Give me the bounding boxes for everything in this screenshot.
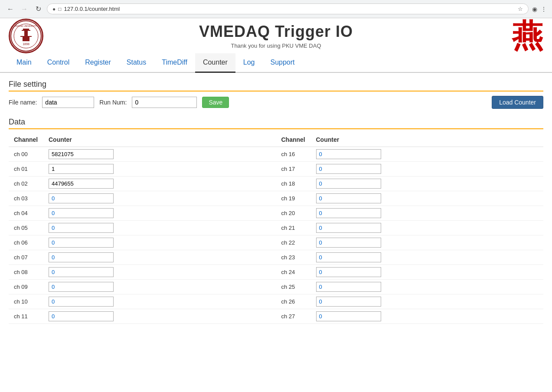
counter-input[interactable] — [316, 149, 381, 159]
table-row: ch 11 — [9, 309, 276, 324]
left-channel-header: Channel — [9, 133, 43, 147]
counter-cell — [43, 191, 276, 206]
table-row: ch 18 — [276, 176, 544, 191]
counter-cell — [43, 162, 276, 176]
counter-input[interactable] — [316, 238, 381, 248]
nav-timediff[interactable]: TimeDiff — [154, 53, 195, 73]
counter-input[interactable] — [49, 252, 114, 262]
counter-input[interactable] — [49, 223, 114, 233]
menu-icon[interactable]: ⋮ — [541, 6, 547, 13]
save-button[interactable]: Save — [202, 97, 229, 108]
header-center: VMEDAQ Trigger IO Thank you for using PK… — [199, 23, 353, 49]
load-counter-button[interactable]: Load Counter — [492, 96, 543, 109]
channel-label: ch 16 — [276, 147, 311, 162]
channel-label: ch 23 — [276, 250, 311, 265]
shield-icon: ◉ — [532, 6, 537, 13]
channel-label: ch 25 — [276, 280, 311, 294]
counter-input[interactable] — [316, 297, 381, 307]
counter-input[interactable] — [316, 193, 381, 203]
nav-register[interactable]: Register — [77, 53, 119, 73]
table-row: ch 21 — [276, 221, 544, 235]
channel-label: ch 08 — [9, 265, 43, 280]
counter-input[interactable] — [49, 164, 114, 174]
logo-left: 1898 PEKING UNIVERSITY — [9, 19, 43, 53]
counter-input[interactable] — [49, 193, 114, 203]
table-row: ch 00 — [9, 147, 276, 162]
counter-input[interactable] — [49, 179, 114, 189]
nav-control[interactable]: Control — [39, 53, 78, 73]
counter-input[interactable] — [49, 238, 114, 248]
channel-label: ch 19 — [276, 191, 311, 206]
data-section: Data Channel Counter ch 00ch 01ch 02ch 0… — [9, 118, 543, 324]
counter-input[interactable] — [316, 252, 381, 262]
pku-character-logo: 燕 — [512, 20, 543, 52]
file-setting-section: File setting File name: Run Num: Save Lo… — [9, 80, 543, 109]
nav-log[interactable]: Log — [235, 53, 263, 73]
counter-input[interactable] — [49, 282, 114, 292]
counter-input[interactable] — [316, 223, 381, 233]
channel-label: ch 17 — [276, 162, 311, 176]
channel-label: ch 10 — [9, 294, 43, 309]
counter-input[interactable] — [316, 282, 381, 292]
table-row: ch 24 — [276, 265, 544, 280]
browser-chrome: ← → ↻ ● □ 127.0.0.1/counter.html ☆ ◉ ⋮ — [0, 0, 552, 18]
nav-main[interactable]: Main — [9, 53, 39, 73]
table-row: ch 02 — [9, 176, 276, 191]
counter-cell — [311, 235, 544, 250]
counter-cell — [311, 294, 544, 309]
counter-input[interactable] — [316, 208, 381, 218]
counter-input[interactable] — [49, 208, 114, 218]
table-row: ch 05 — [9, 221, 276, 235]
right-channel-header: Channel — [276, 133, 311, 147]
counter-cell — [43, 147, 276, 162]
counter-cell — [43, 176, 276, 191]
table-row: ch 08 — [9, 265, 276, 280]
counter-cell — [311, 250, 544, 265]
channel-label: ch 11 — [9, 309, 43, 324]
table-row: ch 23 — [276, 250, 544, 265]
reload-button[interactable]: ↻ — [33, 4, 43, 14]
browser-right-icons: ◉ ⋮ — [532, 6, 547, 13]
pku-logo-svg: 1898 PEKING UNIVERSITY — [10, 20, 42, 52]
counter-cell — [311, 309, 544, 324]
table-row: ch 06 — [9, 235, 276, 250]
bookmark-icon[interactable]: ☆ — [518, 6, 523, 12]
url-text: 127.0.0.1/counter.html — [64, 6, 516, 12]
counter-input[interactable] — [316, 164, 381, 174]
counter-input[interactable] — [49, 311, 114, 321]
channel-label: ch 07 — [9, 250, 43, 265]
nav-status[interactable]: Status — [119, 53, 154, 73]
counter-input[interactable] — [316, 311, 381, 321]
channel-label: ch 27 — [276, 309, 311, 324]
counter-cell — [43, 265, 276, 280]
channel-label: ch 24 — [276, 265, 311, 280]
counter-input[interactable] — [49, 149, 114, 159]
right-data-table: Channel Counter ch 16ch 17ch 18ch 19ch 2… — [276, 133, 544, 324]
table-row: ch 10 — [9, 294, 276, 309]
channel-label: ch 09 — [9, 280, 43, 294]
nav-counter[interactable]: Counter — [195, 53, 235, 73]
page-subtitle: Thank you for using PKU VME DAQ — [199, 42, 353, 49]
main-content: File setting File name: Run Num: Save Lo… — [0, 73, 552, 331]
counter-cell — [311, 280, 544, 294]
counter-input[interactable] — [316, 267, 381, 277]
counter-cell — [43, 280, 276, 294]
counter-input[interactable] — [49, 267, 114, 277]
back-button[interactable]: ← — [5, 4, 16, 14]
left-data-table: Channel Counter ch 00ch 01ch 02ch 03ch 0… — [9, 133, 276, 324]
data-table-wrapper: Channel Counter ch 00ch 01ch 02ch 03ch 0… — [9, 133, 543, 324]
forward-button[interactable]: → — [19, 4, 29, 14]
run-num-input[interactable] — [132, 97, 197, 108]
file-name-input[interactable] — [42, 97, 94, 108]
nav-support[interactable]: Support — [263, 53, 303, 73]
counter-input[interactable] — [316, 179, 381, 189]
counter-cell — [311, 191, 544, 206]
counter-input[interactable] — [49, 297, 114, 307]
channel-label: ch 18 — [276, 176, 311, 191]
table-row: ch 01 — [9, 162, 276, 176]
page-title: VMEDAQ Trigger IO — [199, 23, 353, 41]
table-row: ch 17 — [276, 162, 544, 176]
address-bar[interactable]: ● □ 127.0.0.1/counter.html ☆ — [47, 3, 529, 14]
channel-label: ch 26 — [276, 294, 311, 309]
table-row: ch 04 — [9, 206, 276, 221]
